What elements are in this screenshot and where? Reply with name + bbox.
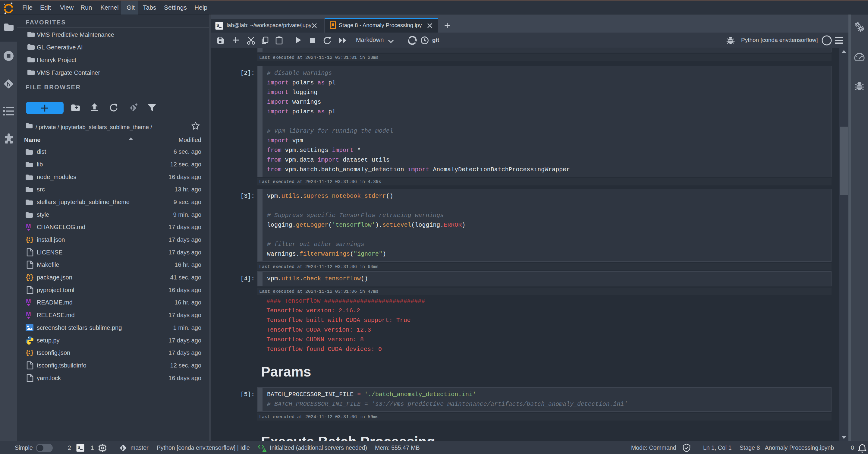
svg-text:M: M — [26, 298, 31, 304]
svg-text:}: } — [30, 274, 34, 281]
svg-text:{: { — [25, 236, 29, 244]
svg-text:M: M — [26, 223, 31, 229]
svg-text:$: $ — [216, 23, 219, 28]
svg-text:M: M — [26, 311, 31, 317]
svg-text:}: } — [30, 236, 34, 244]
svg-text:{: { — [25, 274, 29, 281]
svg-text:$: $ — [78, 445, 80, 450]
svg-text:}: } — [30, 349, 34, 357]
svg-text:{: { — [25, 349, 29, 357]
